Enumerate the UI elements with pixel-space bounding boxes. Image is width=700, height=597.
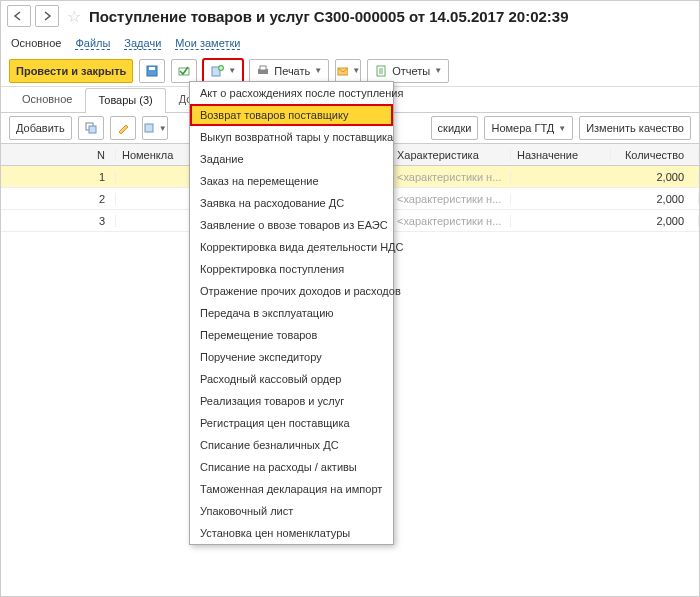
link-files[interactable]: Файлы [75, 37, 110, 50]
menu-item[interactable]: Заказ на перемещение [190, 170, 393, 192]
discounts-button[interactable]: скидки [431, 116, 479, 140]
cell-char: <характеристики н... [391, 171, 511, 183]
menu-item[interactable]: Корректировка поступления [190, 258, 393, 280]
menu-item[interactable]: Отражение прочих доходов и расходов [190, 280, 393, 302]
menu-item[interactable]: Выкуп возвратной тары у поставщика [190, 126, 393, 148]
forward-button[interactable] [35, 5, 59, 27]
cell-char: <характеристики н... [391, 215, 511, 227]
save-button[interactable] [139, 59, 165, 83]
page-title: Поступление товаров и услуг С300-000005 … [89, 8, 569, 25]
fill-button[interactable]: ▼ [142, 116, 168, 140]
col-header-n[interactable]: N [1, 149, 116, 161]
menu-item[interactable]: Поручение экспедитору [190, 346, 393, 368]
tab-main[interactable]: Основное [9, 87, 85, 112]
menu-item[interactable]: Реализация товаров и услуг [190, 390, 393, 412]
post-and-close-button[interactable]: Провести и закрыть [9, 59, 133, 83]
menu-item[interactable]: Задание [190, 148, 393, 170]
menu-item[interactable]: Передача в эксплуатацию [190, 302, 393, 324]
cell-qty: 2,000 [611, 215, 699, 227]
back-button[interactable] [7, 5, 31, 27]
cell-n: 2 [1, 193, 116, 205]
menu-item[interactable]: Корректировка вида деятельности НДС [190, 236, 393, 258]
menu-item[interactable]: Регистрация цен поставщика [190, 412, 393, 434]
svg-rect-11 [145, 124, 153, 132]
menu-item[interactable]: Перемещение товаров [190, 324, 393, 346]
col-header-nomenclature[interactable]: Номенкла [116, 149, 191, 161]
add-row-button[interactable]: Добавить [9, 116, 72, 140]
link-notes[interactable]: Мои заметки [175, 37, 240, 50]
col-header-naznachenie[interactable]: Назначение [511, 149, 611, 161]
post-button[interactable] [171, 59, 197, 83]
reports-button[interactable]: Отчеты▼ [367, 59, 449, 83]
link-main[interactable]: Основное [11, 37, 61, 49]
menu-item[interactable]: Таможенная декларация на импорт [190, 478, 393, 500]
svg-rect-10 [89, 126, 96, 133]
email-button[interactable]: ▼ [335, 59, 361, 83]
menu-item[interactable]: Акт о расхождениях после поступления [190, 82, 393, 104]
cell-n: 1 [1, 171, 116, 183]
favorite-icon[interactable]: ☆ [67, 7, 81, 26]
cell-char: <характеристики н... [391, 193, 511, 205]
menu-item[interactable]: Заявка на расходование ДС [190, 192, 393, 214]
menu-item[interactable]: Заявление о ввозе товаров из ЕАЭС [190, 214, 393, 236]
menu-item[interactable]: Расходный кассовый ордер [190, 368, 393, 390]
tab-goods[interactable]: Товары (3) [85, 88, 165, 113]
change-quality-button[interactable]: Изменить качество [579, 116, 691, 140]
menu-item[interactable]: Возврат товаров поставщику [190, 104, 393, 126]
cell-qty: 2,000 [611, 193, 699, 205]
col-header-qty[interactable]: Количество [611, 149, 699, 161]
gtd-button[interactable]: Номера ГТД▼ [484, 116, 573, 140]
cell-qty: 2,000 [611, 171, 699, 183]
create-based-on-button[interactable]: ▼ [203, 59, 243, 83]
cell-n: 3 [1, 215, 116, 227]
create-based-on-menu: Акт о расхождениях после поступленияВозв… [189, 81, 394, 545]
menu-item[interactable]: Установка цен номенклатуры [190, 522, 393, 544]
menu-item[interactable]: Списание на расходы / активы [190, 456, 393, 478]
menu-item[interactable]: Списание безналичных ДС [190, 434, 393, 456]
copy-row-button[interactable] [78, 116, 104, 140]
link-tasks[interactable]: Задачи [124, 37, 161, 50]
col-header-characteristic[interactable]: Характеристика [391, 149, 511, 161]
edit-row-button[interactable] [110, 116, 136, 140]
link-bar: Основное Файлы Задачи Мои заметки [1, 31, 699, 55]
svg-rect-6 [260, 66, 266, 70]
menu-item[interactable]: Упаковочный лист [190, 500, 393, 522]
svg-rect-1 [149, 67, 155, 70]
print-button[interactable]: Печать▼ [249, 59, 329, 83]
